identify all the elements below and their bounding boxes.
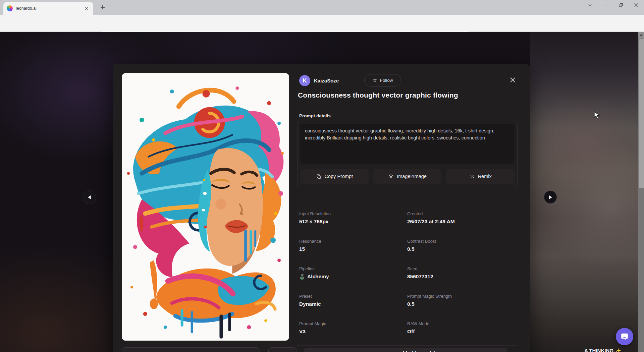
copy-prompt-button[interactable]: Copy Prompt <box>300 169 369 184</box>
tab-search-chevron-icon[interactable] <box>582 0 598 10</box>
image-title: Consciousness thought vector graphic flo… <box>298 91 458 99</box>
chat-bubble-icon <box>620 332 629 341</box>
modal-close-icon[interactable] <box>508 75 517 84</box>
author-avatar[interactable]: K <box>299 75 310 86</box>
video-watermark: A THINKING ✨ <box>584 348 621 352</box>
remix-button[interactable]: Remix <box>446 169 515 184</box>
detail-seed: Seed 856077312 <box>407 266 514 280</box>
image2image-label: Image2Image <box>397 174 427 179</box>
prompt-card: consciousness thought vector graphic flo… <box>297 121 518 188</box>
detail-contrast-boost: Contrast Boost 0.5 <box>407 239 514 252</box>
browser-tab[interactable]: leonardo.ai <box>3 2 93 15</box>
window-close-button[interactable] <box>629 0 644 10</box>
potion-flask-icon <box>299 274 305 280</box>
generated-image[interactable] <box>122 73 289 341</box>
detail-resonance: Resonance 15 <box>299 239 407 252</box>
window-controls <box>582 0 644 10</box>
image2image-button[interactable]: Image2Image <box>373 169 442 184</box>
next-image-button[interactable] <box>544 191 557 203</box>
detail-prompt-magic-strength: Prompt Magic Strength 0.5 <box>407 294 514 307</box>
copy-icon <box>316 174 322 179</box>
generation-details: Input Resolution 512 × 768px Created 26/… <box>299 211 514 335</box>
previous-image-button[interactable] <box>83 190 96 204</box>
tab-close-icon[interactable] <box>83 5 90 12</box>
layers-icon <box>388 174 394 179</box>
detail-pipeline: Pipeline Alchemy <box>299 266 407 280</box>
detail-preset: Preset Dynamic <box>299 294 407 307</box>
scrollbar-thumb[interactable] <box>639 39 644 188</box>
support-chat-button[interactable] <box>616 328 633 345</box>
author-name[interactable]: KaizaSoze <box>314 78 339 83</box>
detail-prompt-magic: Prompt Magic V3 <box>299 321 407 335</box>
detail-created: Created 26/07/23 at 2:49 AM <box>407 211 514 225</box>
detail-raw-mode: RAW Mode Off <box>407 321 514 335</box>
prompt-details-heading: Prompt details <box>299 113 331 118</box>
prompt-actions: Copy Prompt Image2Image Remix <box>300 169 515 184</box>
image-toolbar-partial[interactable] <box>122 347 260 352</box>
image-toolbar-button-partial[interactable] <box>268 347 297 352</box>
browser-toolbar: app.leonardo.ai VPN <box>0 15 644 32</box>
window-restore-button[interactable] <box>613 0 629 10</box>
star-icon <box>372 78 377 83</box>
artwork-illustration <box>122 73 289 341</box>
window-minimize-button[interactable] <box>598 0 613 10</box>
detail-input-resolution: Input Resolution 512 × 768px <box>299 211 407 225</box>
new-tab-button[interactable] <box>98 3 107 12</box>
page-scrollbar[interactable] <box>638 32 644 352</box>
scrollbar-up-arrow-icon[interactable] <box>638 32 644 38</box>
prompt-text: consciousness thought vector graphic flo… <box>300 124 515 164</box>
avatar-initial: K <box>303 78 307 84</box>
copy-prompt-label: Copy Prompt <box>325 174 353 179</box>
follow-button[interactable]: Follow <box>364 74 401 86</box>
image-detail-modal: K KaizaSoze Follow Consciousness thought… <box>113 64 530 352</box>
tab-title: leonardo.ai <box>16 6 80 11</box>
browser-tab-strip: leonardo.ai <box>0 0 644 15</box>
follow-label: Follow <box>380 78 393 83</box>
leonardo-favicon-icon <box>7 5 13 11</box>
remix-wand-icon <box>469 174 475 179</box>
modal-footer: Generate with this model <box>297 345 518 352</box>
generate-with-model-button[interactable]: Generate with this model <box>304 348 507 352</box>
remix-label: Remix <box>478 174 492 179</box>
